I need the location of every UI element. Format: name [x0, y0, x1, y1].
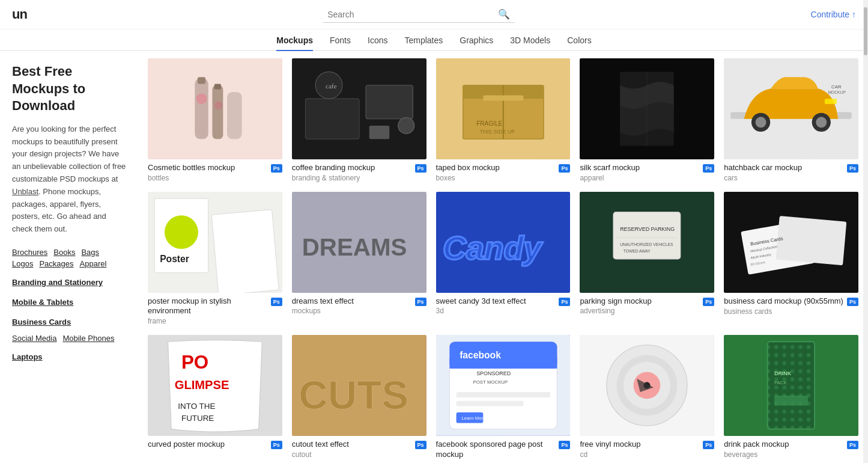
sidebar-link-business-cards[interactable]: Business Cards [12, 317, 126, 327]
card-sweet-candy[interactable]: Candy Candy sweet candy 3d text effect P… [436, 192, 571, 326]
svg-rect-3 [227, 92, 242, 139]
svg-rect-74 [456, 401, 523, 406]
card-sub-parking: advertising [580, 307, 714, 315]
card-row-cosmetic: Cosmetic bottles mockup Ps [148, 163, 282, 173]
card-curved-poster[interactable]: PO GLIMPSE INTO THE FUTURE curved poster… [148, 335, 282, 461]
card-title-parking: parking sign mockup [580, 296, 651, 307]
sidebar-links-row2: Social Media Mobile Phones [12, 334, 114, 343]
ps-badge-taped: Ps [559, 164, 570, 173]
sidebar-link-mobile-tablets[interactable]: Mobile & Tablets [12, 298, 126, 307]
nav-item-graphics[interactable]: Graphics [460, 35, 493, 50]
svg-rect-90 [774, 396, 808, 406]
svg-text:PACK: PACK [774, 380, 788, 385]
ps-badge-bizcard: Ps [847, 298, 858, 306]
svg-text:GLIMPSE: GLIMPSE [175, 378, 229, 391]
contribute-link[interactable]: Contribute ↑ [811, 10, 856, 19]
sidebar-link-mobile-phones[interactable]: Mobile Phones [62, 334, 114, 343]
svg-text:Learn More: Learn More [461, 415, 485, 421]
card-dreams-text[interactable]: DREAMS dreams text effect Ps mockups [292, 192, 426, 326]
ps-badge-parking: Ps [703, 298, 714, 306]
nav-item-fonts[interactable]: Fonts [330, 35, 351, 50]
card-info-cutout: cutout text effect Ps cutout [292, 440, 426, 459]
search-area: 🔍 [323, 6, 515, 23]
card-title-drink: drink pack mockup [724, 440, 789, 450]
nav-item-templates[interactable]: Templates [404, 35, 443, 50]
card-row-drink: drink pack mockup Ps [724, 440, 858, 450]
card-row-silk: silk scarf mockup Ps [580, 163, 714, 173]
svg-text:CUTS: CUTS [299, 372, 408, 417]
card-title-curved: curved poster mockup [148, 440, 225, 450]
svg-rect-2 [212, 85, 223, 140]
card-image-dreams: DREAMS [292, 192, 426, 293]
svg-text:MOCKUP: MOCKUP [828, 90, 846, 94]
svg-text:Candy: Candy [443, 230, 543, 266]
sidebar-link-packages[interactable]: Packages [39, 259, 73, 268]
card-row-dreams: dreams text effect Ps [292, 296, 426, 307]
card-poster-mockup[interactable]: Poster poster mockup in stylish environm… [148, 192, 282, 326]
sidebar: Best Free Mockups to Download Are you lo… [0, 51, 138, 463]
sidebar-link-apparel[interactable]: Apparel [80, 259, 107, 268]
navigation: Mockups Fonts Icons Templates Graphics 3… [0, 29, 868, 51]
card-sub-candy: 3d [436, 307, 571, 315]
card-info-dreams: dreams text effect Ps mockups [292, 296, 426, 316]
card-taped-box[interactable]: FRAGILE THIS SIDE UP taped box mockup Ps… [436, 58, 571, 182]
card-coffee-branding[interactable]: cafe coffee branding mockup Ps branding … [292, 58, 426, 182]
nav-item-icons[interactable]: Icons [368, 35, 387, 50]
card-business-card[interactable]: Business Cards Mockup Collection /Multi-… [724, 192, 858, 326]
svg-rect-87 [768, 342, 815, 429]
card-info-facebook: facebook sponsored page post mockup Ps [436, 440, 571, 460]
ps-badge-hatchback: Ps [847, 164, 858, 173]
card-title-coffee: coffee branding mockup [292, 163, 375, 173]
sidebar-link-books[interactable]: Books [53, 248, 75, 257]
card-info-taped: taped box mockup Ps boxes [436, 163, 571, 182]
card-sub-taped: boxes [436, 174, 571, 182]
ps-badge-poster: Ps [271, 298, 282, 306]
sidebar-title: Best Free Mockups to Download [12, 63, 126, 115]
card-row-parking: parking sign mockup Ps [580, 296, 714, 307]
card-silk-scarf[interactable]: silk scarf mockup Ps apparel [580, 58, 714, 182]
sidebar-link-logos[interactable]: Logos [12, 259, 33, 268]
card-image-cosmetic [148, 58, 282, 159]
ps-badge-dreams: Ps [415, 298, 426, 306]
card-title-facebook: facebook sponsored page post mockup [436, 440, 559, 460]
card-row-cutout: cutout text effect Ps [292, 440, 426, 450]
card-info-drink: drink pack mockup Ps beverages [724, 440, 858, 459]
unblast-link[interactable]: Unblast [12, 187, 38, 196]
card-cosmetic-bottles[interactable]: Cosmetic bottles mockup Ps bottles [148, 58, 282, 182]
scrollbar[interactable] [863, 0, 868, 463]
card-sub-silk: apparel [580, 174, 714, 182]
sidebar-link-brochures[interactable]: Brochures [12, 248, 47, 257]
svg-rect-31 [825, 99, 837, 104]
svg-rect-13 [369, 126, 389, 139]
card-info-poster: poster mockup in stylish environment Ps … [148, 296, 282, 326]
svg-text:PO: PO [181, 352, 208, 373]
card-cutout-text[interactable]: CUTS CUTS cutout text effect Ps cutout [292, 335, 426, 461]
nav-item-colors[interactable]: Colors [567, 35, 591, 50]
sidebar-link-laptops[interactable]: Laptops [12, 352, 126, 361]
sidebar-link-branding[interactable]: Branding and Stationery [12, 278, 126, 287]
card-sub-cutout: cutout [292, 450, 426, 459]
card-vinyl-mockup[interactable]: free vinyl mockup Ps cd [580, 335, 714, 461]
search-icon: 🔍 [498, 8, 510, 20]
ps-badge-vinyl: Ps [703, 441, 714, 449]
sidebar-link-bags[interactable]: Bags [81, 248, 99, 257]
svg-text:Poster: Poster [160, 254, 189, 264]
svg-text:DREAMS: DREAMS [302, 234, 407, 261]
card-title-cutout: cutout text effect [292, 440, 349, 450]
card-facebook-post[interactable]: facebook SPONSORED POST MOCKUP Learn Mor… [436, 335, 571, 461]
card-hatchback-car[interactable]: CAR MOCKUP hatchback car mockup Ps cars [724, 58, 858, 182]
card-sub-cosmetic: bottles [148, 174, 282, 182]
card-info-curved: curved poster mockup Ps [148, 440, 282, 450]
scrollbar-thumb[interactable] [864, 7, 867, 55]
card-title-bizcard: business card mockup (90x55mm) [724, 296, 843, 307]
card-drink-pack[interactable]: DRINK PACK drink pack mockup Ps beverage… [724, 335, 858, 461]
svg-text:cafe: cafe [326, 82, 337, 90]
logo[interactable]: un [12, 7, 27, 22]
search-input[interactable] [327, 10, 498, 19]
nav-item-mockups[interactable]: Mockups [276, 35, 313, 51]
card-image-curved: PO GLIMPSE INTO THE FUTURE [148, 335, 282, 436]
svg-text:facebook: facebook [460, 351, 501, 361]
sidebar-link-social-media[interactable]: Social Media [12, 334, 56, 343]
card-parking-sign[interactable]: RESERVED PARKING UNAUTHORIZED VEHICLES T… [580, 192, 714, 326]
nav-item-3d-models[interactable]: 3D Models [510, 35, 550, 50]
